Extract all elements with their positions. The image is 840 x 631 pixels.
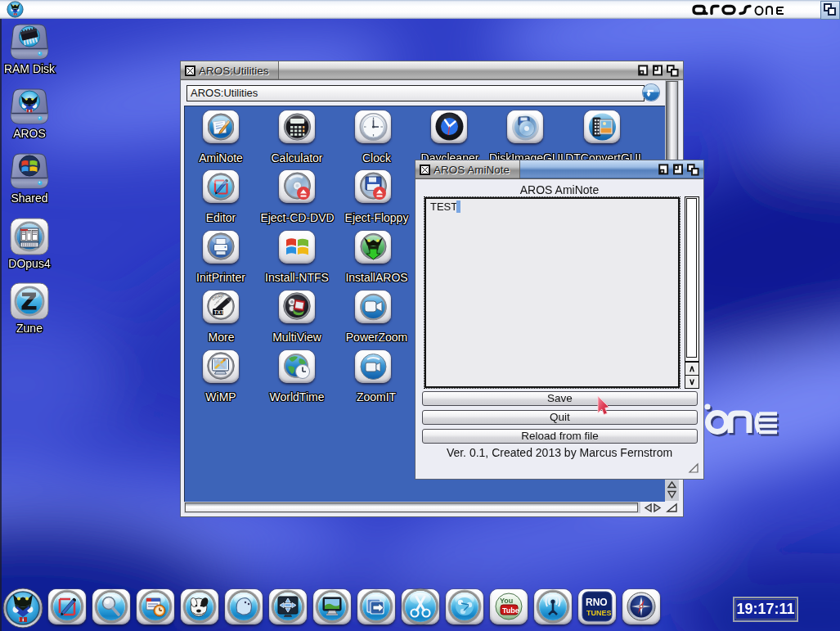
svg-text:AROS: AROS — [13, 127, 46, 140]
svg-text:Shared: Shared — [11, 192, 47, 205]
svg-text:TXT: TXT — [214, 309, 224, 315]
svg-text:DOpus4: DOpus4 — [8, 257, 51, 270]
svg-text:Zune: Zune — [16, 322, 43, 335]
svg-text:RAM Disk: RAM Disk — [4, 62, 56, 75]
svg-text:You: You — [500, 597, 513, 605]
svg-text:TUNES: TUNES — [586, 609, 612, 617]
svg-text:RNO: RNO — [586, 597, 608, 608]
svg-text:Tube: Tube — [502, 606, 519, 615]
